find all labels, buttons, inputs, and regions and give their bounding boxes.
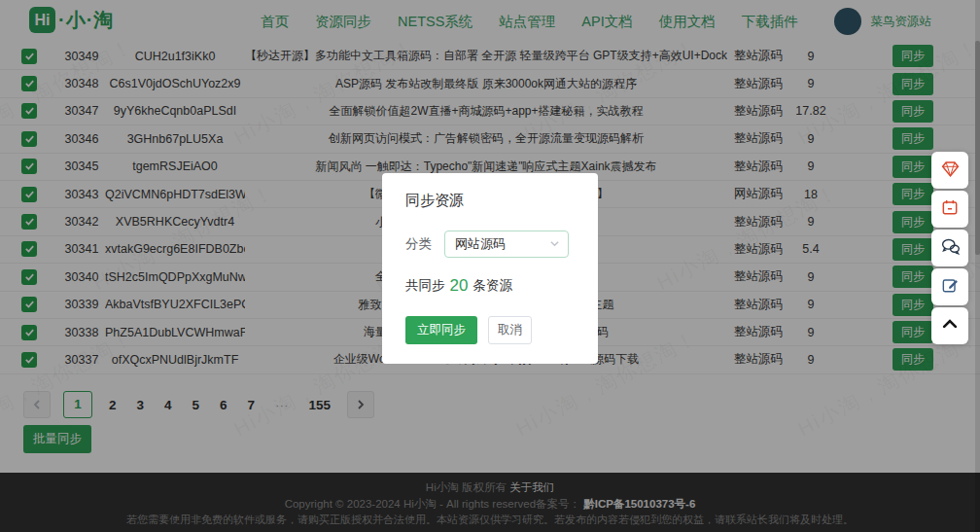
floating-toolbar xyxy=(931,152,968,344)
chat-icon xyxy=(940,236,961,261)
back-to-top-button[interactable] xyxy=(931,307,968,344)
scrollbar-thumb[interactable] xyxy=(975,41,980,255)
gem-icon xyxy=(940,159,961,183)
gem-button[interactable] xyxy=(931,152,968,189)
sync-resource-dialog: 同步资源 分类 网站源码 共同步 20 条资源 立即同步 取消 xyxy=(382,173,598,364)
chevron-down-icon xyxy=(549,237,560,252)
dialog-title: 同步资源 xyxy=(405,192,575,210)
edit-icon xyxy=(940,275,960,299)
calendar-icon xyxy=(940,197,960,221)
summary-suffix: 条资源 xyxy=(472,277,512,295)
category-label: 分类 xyxy=(405,235,432,253)
summary-prefix: 共同步 xyxy=(405,277,445,295)
dialog-actions: 立即同步 取消 xyxy=(405,316,575,344)
confirm-sync-button[interactable]: 立即同步 xyxy=(405,316,477,344)
chat-button[interactable] xyxy=(931,230,968,266)
sync-summary: 共同步 20 条资源 xyxy=(405,276,575,296)
calendar-button[interactable] xyxy=(931,191,968,228)
page: Hi ·小·淘 首页资源同步NETSS系统站点管理API文档使用文档下载插件 菜… xyxy=(0,0,980,532)
scrollbar[interactable] xyxy=(975,0,980,532)
back-to-top-icon xyxy=(940,314,960,337)
category-selected-value: 网站源码 xyxy=(455,235,506,253)
dialog-form: 分类 网站源码 xyxy=(405,231,575,258)
edit-button[interactable] xyxy=(931,268,968,305)
sync-count: 20 xyxy=(450,276,469,296)
cancel-button[interactable]: 取消 xyxy=(488,316,532,344)
category-select[interactable]: 网站源码 xyxy=(444,231,569,258)
